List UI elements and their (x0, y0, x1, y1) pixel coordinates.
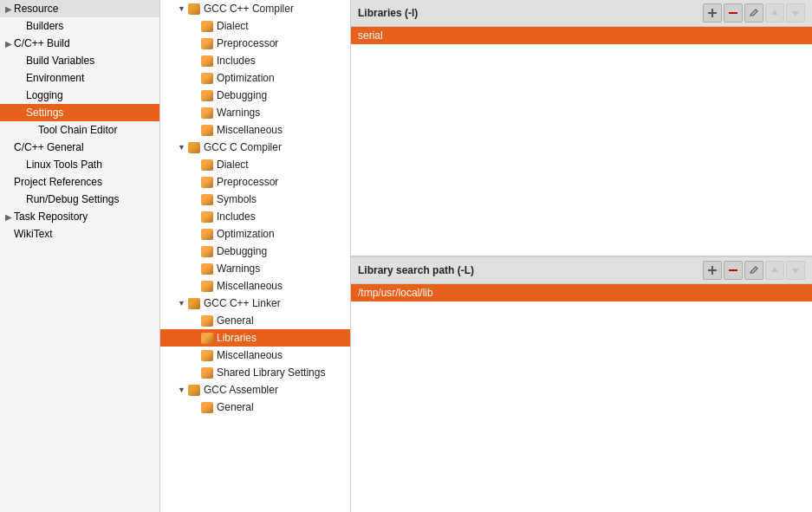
leaf-icon (200, 176, 214, 188)
tree-item-gcc-c-compiler[interactable]: ▼GCC C Compiler (160, 139, 350, 156)
search-path-edit-btn[interactable] (744, 261, 763, 280)
leaf-icon (200, 262, 214, 275)
libraries-down-btn[interactable] (786, 3, 805, 23)
libraries-delete-btn[interactable] (724, 3, 743, 23)
leaf-icon (200, 228, 214, 240)
tree-item-preprocessor2[interactable]: Preprocessor (160, 173, 350, 191)
sidebar-item-label-run-debug-settings: Run/Debug Settings (26, 193, 119, 205)
leaf-icon (200, 37, 214, 49)
tree-item-warnings1[interactable]: Warnings (160, 104, 350, 121)
folder-icon (187, 297, 201, 309)
leaf-icon (200, 193, 214, 205)
libraries-up-btn[interactable] (765, 3, 784, 23)
tree-item-shared-library-settings[interactable]: Shared Library Settings (160, 364, 350, 381)
libraries-header: Libraries (-l) (351, 0, 812, 27)
chevron-down-icon: ▼ (178, 386, 185, 394)
leaf-icon (200, 55, 214, 67)
leaf-icon (200, 280, 214, 292)
sidebar-item-resource[interactable]: ▶ Resource (0, 0, 159, 17)
libraries-toolbar (703, 3, 805, 23)
sidebar-item-label-project-references: Project References (14, 176, 102, 188)
tree-item-label-warnings2: Warnings (217, 262, 260, 275)
svg-rect-1 (711, 9, 713, 17)
tree-item-miscellaneous2[interactable]: Miscellaneous (160, 277, 350, 295)
sidebar-item-label-resource: Resource (14, 3, 58, 15)
sidebar-item-label-settings: Settings (26, 107, 63, 119)
libraries-edit-btn[interactable] (744, 3, 763, 23)
leaf-icon (200, 89, 214, 101)
libraries-list: serial (351, 27, 812, 256)
sidebar-item-cpp-build[interactable]: ▶ C/C++ Build (0, 35, 159, 52)
search-path-toolbar (703, 261, 805, 280)
tree-item-includes1[interactable]: Includes (160, 52, 350, 69)
right-panel: Libraries (-l) serial (351, 0, 812, 512)
tree-item-label-dialect2: Dialect (217, 159, 249, 171)
folder-icon (187, 384, 201, 396)
search-path-title: Library search path (-L) (358, 264, 474, 276)
sidebar-item-logging[interactable]: Logging (0, 87, 159, 104)
sidebar-item-builders[interactable]: Builders (0, 17, 159, 35)
tree-item-label-optimization2: Optimization (217, 228, 275, 240)
sidebar-item-task-repository[interactable]: ▶ Task Repository (0, 208, 159, 225)
tree-item-warnings2[interactable]: Warnings (160, 260, 350, 277)
tree-item-includes2[interactable]: Includes (160, 208, 350, 225)
leaf-icon (200, 349, 214, 361)
tree-item-label-preprocessor2: Preprocessor (217, 176, 278, 188)
sidebar-item-linux-tools-path[interactable]: Linux Tools Path (0, 156, 159, 173)
sidebar-item-cpp-general[interactable]: C/C++ General (0, 139, 159, 156)
leaf-icon (200, 72, 214, 84)
tree-item-general4[interactable]: General (160, 399, 350, 416)
tree-item-label-miscellaneous1: Miscellaneous (217, 124, 283, 136)
sidebar-item-settings[interactable]: Settings (0, 104, 159, 121)
tree-item-label-symbols2: Symbols (217, 193, 257, 205)
tree-item-label-gcc-cpp-compiler: GCC C++ Compiler (204, 3, 294, 15)
tree-item-miscellaneous1[interactable]: Miscellaneous (160, 121, 350, 139)
leaf-icon (200, 124, 214, 136)
search-path-delete-btn[interactable] (724, 261, 743, 280)
sidebar-item-label-cpp-general: C/C++ General (14, 141, 84, 153)
tree-item-label-shared-library-settings: Shared Library Settings (217, 366, 325, 379)
tree-item-preprocessor1[interactable]: Preprocessor (160, 35, 350, 52)
chevron-right-icon: ▶ (5, 4, 12, 14)
tree-item-label-gcc-assembler: GCC Assembler (204, 384, 278, 396)
tree-item-dialect1[interactable]: Dialect (160, 17, 350, 35)
libraries-add-btn[interactable] (703, 3, 722, 23)
sidebar-item-run-debug-settings[interactable]: Run/Debug Settings (0, 191, 159, 208)
tree-item-gcc-assembler[interactable]: ▼GCC Assembler (160, 381, 350, 399)
tree-item-symbols2[interactable]: Symbols (160, 191, 350, 208)
tree-item-label-gcc-c-compiler: GCC C Compiler (204, 141, 282, 153)
tree-item-general3[interactable]: General (160, 312, 350, 329)
tree-item-miscellaneous3[interactable]: Miscellaneous (160, 347, 350, 364)
sidebar-item-tool-chain-editor[interactable]: Tool Chain Editor (0, 121, 159, 139)
library-item-serial[interactable]: serial (351, 27, 812, 44)
tree-item-dialect2[interactable]: Dialect (160, 156, 350, 173)
search-path-down-btn[interactable] (786, 261, 805, 280)
tree-item-label-miscellaneous3: Miscellaneous (217, 349, 283, 361)
sidebar-item-label-task-repository: Task Repository (14, 211, 88, 223)
svg-rect-5 (729, 269, 737, 271)
tree-item-gcc-cpp-linker[interactable]: ▼GCC C++ Linker (160, 295, 350, 312)
tree-item-label-optimization1: Optimization (217, 72, 275, 84)
tree-item-libraries3[interactable]: Libraries (160, 329, 350, 347)
tree-item-debugging2[interactable]: Debugging (160, 243, 350, 260)
leaf-icon (200, 332, 214, 344)
tree-item-gcc-cpp-compiler[interactable]: ▼GCC C++ Compiler (160, 0, 350, 17)
sidebar-item-project-references[interactable]: Project References (0, 173, 159, 191)
tree-item-debugging1[interactable]: Debugging (160, 87, 350, 104)
sidebar-item-label-linux-tools-path: Linux Tools Path (26, 159, 102, 171)
folder-icon (187, 141, 201, 153)
search-path-item-tmp-path[interactable]: /tmp/usr/local/lib (351, 284, 812, 301)
search-path-add-btn[interactable] (703, 261, 722, 280)
leaf-icon (200, 245, 214, 257)
sidebar-item-label-tool-chain-editor: Tool Chain Editor (38, 124, 117, 136)
tree-item-optimization2[interactable]: Optimization (160, 225, 350, 243)
search-path-up-btn[interactable] (765, 261, 784, 280)
chevron-right-icon: ▶ (5, 39, 12, 49)
tree-item-label-includes2: Includes (217, 211, 256, 223)
sidebar-item-wiki-text[interactable]: WikiText (0, 225, 159, 243)
tree-item-optimization1[interactable]: Optimization (160, 69, 350, 87)
sidebar-item-build-variables[interactable]: Build Variables (0, 52, 159, 69)
libraries-title: Libraries (-l) (358, 7, 418, 19)
sidebar: ▶ ResourceBuilders▶ C/C++ BuildBuild Var… (0, 0, 160, 512)
sidebar-item-environment[interactable]: Environment (0, 69, 159, 87)
